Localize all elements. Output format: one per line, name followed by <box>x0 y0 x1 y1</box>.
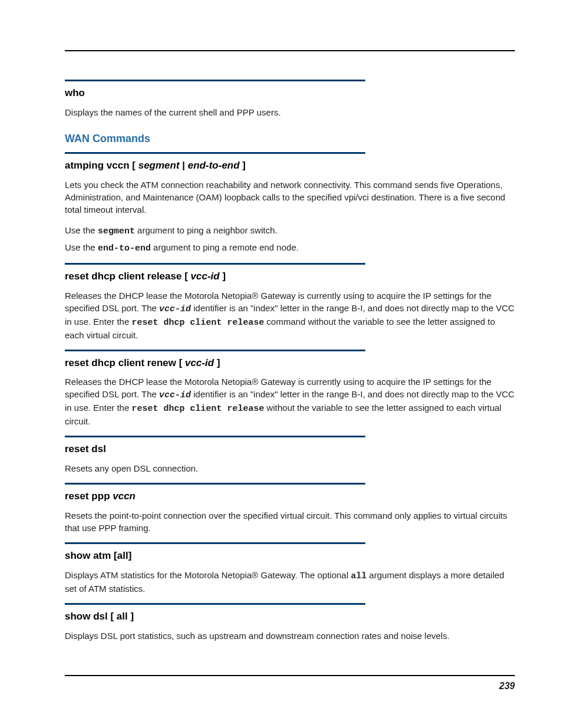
text: Use the <box>65 225 98 235</box>
section-rule <box>65 436 365 437</box>
cmd-reset-renew-body: Releases the DHCP lease the Motorola Net… <box>65 375 515 427</box>
page-number: 239 <box>65 675 515 693</box>
cmd-reset-release-body: Releases the DHCP lease the Motorola Net… <box>65 289 515 341</box>
arg-vccn: vccn <box>113 490 135 502</box>
cmd-show-dsl-body: Displays DSL port statistics, such as up… <box>65 630 515 642</box>
text: reset ppp <box>65 490 113 502</box>
text: reset dhcp client renew [ <box>65 357 185 368</box>
text: Use the <box>65 242 98 252</box>
arg-vcc-id: vcc-id <box>185 357 214 368</box>
cmd-reset-ppp-title: reset ppp vccn <box>65 489 515 503</box>
code: reset dhcp client release <box>131 404 264 414</box>
cmd-reset-release-title: reset dhcp client release [ vcc-id ] <box>65 269 515 284</box>
cmd-reset-dsl-body: Resets any open DSL connection. <box>65 462 515 475</box>
text: argument to ping a neighbor switch. <box>135 225 277 235</box>
code: end-to-end <box>98 243 151 253</box>
text: argument to ping a remote end node. <box>151 242 299 252</box>
text: Displays ATM statistics for the Motorola… <box>65 570 351 580</box>
code: segment <box>98 226 135 236</box>
cmd-reset-ppp-body: Resets the point-to-point connection ove… <box>65 509 515 534</box>
section-rule <box>65 80 365 81</box>
cmd-atmping-title: atmping vccn [ segment | end-to-end ] <box>65 159 515 173</box>
code: all <box>351 571 366 581</box>
code: vcc-id <box>159 304 191 314</box>
cmd-atmping-use1: Use the segment argument to ping a neigh… <box>65 224 515 238</box>
section-rule <box>65 603 365 605</box>
wan-commands-heading: WAN Commands <box>65 131 515 146</box>
cmd-show-atm-body: Displays ATM statistics for the Motorola… <box>65 569 515 595</box>
cmd-reset-dsl-title: reset dsl <box>65 442 515 456</box>
text: ] <box>240 160 246 171</box>
top-rule <box>65 50 515 51</box>
text: atmping vccn [ <box>65 160 138 171</box>
cmd-atmping-body: Lets you check the ATM connection reacha… <box>65 179 515 216</box>
page: who Displays the names of the current sh… <box>0 0 562 728</box>
text: reset dhcp client release [ <box>65 271 191 282</box>
code: vcc-id <box>159 390 191 400</box>
text: ] <box>220 271 226 282</box>
cmd-atmping-use2: Use the end-to-end argument to ping a re… <box>65 241 515 255</box>
cmd-who-title: who <box>65 86 515 100</box>
cmd-show-atm-title: show atm [all] <box>65 549 515 563</box>
code: reset dhcp client release <box>131 318 264 328</box>
text: ] <box>214 357 220 368</box>
text: | <box>180 160 188 171</box>
arg-vcc-id: vcc-id <box>191 271 220 282</box>
section-rule <box>65 542 365 544</box>
section-rule <box>65 263 365 265</box>
arg-end-to-end: end-to-end <box>188 160 240 171</box>
section-rule <box>65 152 365 154</box>
section-rule <box>65 350 365 351</box>
arg-segment: segment <box>138 160 180 171</box>
cmd-show-dsl-title: show dsl [ all ] <box>65 610 515 624</box>
cmd-reset-renew-title: reset dhcp client renew [ vcc-id ] <box>65 356 515 370</box>
cmd-who-body: Displays the names of the current shell … <box>65 106 515 118</box>
section-rule <box>65 483 365 485</box>
